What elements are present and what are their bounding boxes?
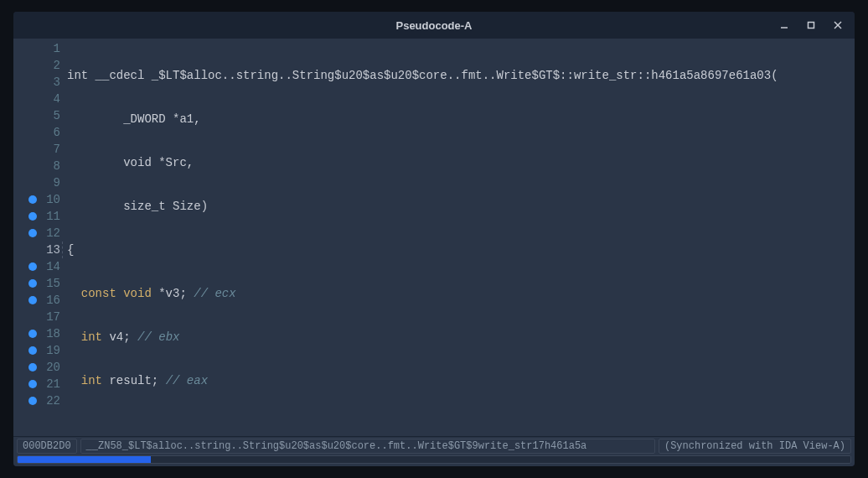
decl-line[interactable]: int result; // eax bbox=[65, 372, 855, 389]
line-number: 1 bbox=[54, 40, 60, 57]
line-number: 8 bbox=[54, 158, 60, 174]
blank-line[interactable] bbox=[65, 416, 855, 433]
minimize-button[interactable] bbox=[771, 12, 798, 39]
line-number: 22 bbox=[46, 392, 60, 409]
line-number: 6 bbox=[54, 124, 60, 141]
window-frame: Pseudocode-A 123456789101112131415161718… bbox=[13, 12, 855, 466]
line-number: 13 bbox=[46, 242, 60, 258]
progress-bar[interactable] bbox=[17, 455, 851, 464]
gutter-line[interactable]: 14 bbox=[13, 258, 65, 275]
line-number: 18 bbox=[46, 325, 60, 342]
breakpoint-icon[interactable] bbox=[28, 229, 37, 237]
line-number: 16 bbox=[46, 292, 60, 309]
decl-line[interactable]: const void *v3; // ecx bbox=[65, 285, 855, 302]
brace-line[interactable]: { bbox=[65, 242, 855, 258]
titlebar[interactable]: Pseudocode-A bbox=[13, 12, 855, 39]
param-line[interactable]: size_t Size) bbox=[65, 198, 855, 215]
gutter-line[interactable]: 10 bbox=[13, 191, 65, 208]
status-bar: 000DB2D0 __ZN58_$LT$alloc..string..Strin… bbox=[13, 436, 855, 455]
status-address[interactable]: 000DB2D0 bbox=[17, 439, 77, 454]
svg-rect-1 bbox=[809, 23, 814, 29]
gutter-line[interactable]: 18 bbox=[13, 325, 65, 342]
gutter-line[interactable]: 3 bbox=[13, 74, 65, 91]
breakpoint-icon[interactable] bbox=[28, 262, 37, 271]
param-line[interactable]: void *Src, bbox=[65, 154, 855, 171]
line-number: 21 bbox=[46, 376, 60, 392]
param-line[interactable]: _DWORD *a1, bbox=[65, 111, 855, 127]
line-number: 2 bbox=[54, 57, 60, 74]
gutter-line[interactable]: 17 bbox=[13, 309, 65, 325]
maximize-button[interactable] bbox=[798, 12, 824, 39]
gutter-line[interactable]: 7 bbox=[13, 141, 65, 158]
breakpoint-icon[interactable] bbox=[28, 346, 37, 355]
line-number: 7 bbox=[54, 141, 60, 158]
gutter-line[interactable]: 5 bbox=[13, 107, 65, 124]
bracket-guide bbox=[62, 242, 63, 258]
breakpoint-icon[interactable] bbox=[28, 212, 37, 221]
breakpoint-icon[interactable] bbox=[28, 296, 37, 304]
progress-row bbox=[13, 455, 855, 466]
line-number: 10 bbox=[46, 191, 60, 208]
code-area[interactable]: int __cdecl _$LT$alloc..string..String$u… bbox=[65, 39, 855, 436]
gutter-line[interactable]: 11 bbox=[13, 208, 65, 225]
gutter[interactable]: 12345678910111213141516171819202122 bbox=[13, 39, 65, 436]
gutter-line[interactable]: 16 bbox=[13, 292, 65, 309]
line-number: 9 bbox=[54, 174, 60, 191]
gutter-line[interactable]: 21 bbox=[13, 376, 65, 392]
line-number: 11 bbox=[46, 208, 60, 225]
gutter-line[interactable]: 19 bbox=[13, 342, 65, 359]
line-number: 4 bbox=[54, 91, 60, 107]
function-signature[interactable]: int __cdecl _$LT$alloc..string..String$u… bbox=[67, 69, 778, 82]
gutter-line[interactable]: 13 bbox=[13, 242, 65, 258]
gutter-line[interactable]: 1 bbox=[13, 40, 65, 57]
gutter-line[interactable]: 9 bbox=[13, 174, 65, 191]
gutter-line[interactable]: 22 bbox=[13, 392, 65, 409]
line-number: 14 bbox=[46, 258, 60, 275]
gutter-line[interactable]: 15 bbox=[13, 275, 65, 292]
line-number: 15 bbox=[46, 275, 60, 292]
breakpoint-icon[interactable] bbox=[28, 380, 37, 388]
line-number: 17 bbox=[46, 309, 60, 325]
gutter-line[interactable]: 2 bbox=[13, 57, 65, 74]
line-number: 12 bbox=[46, 225, 60, 242]
progress-fill bbox=[18, 456, 151, 463]
line-number: 5 bbox=[54, 107, 60, 124]
line-number: 20 bbox=[46, 359, 60, 376]
breakpoint-icon[interactable] bbox=[28, 330, 37, 338]
code-editor[interactable]: 12345678910111213141516171819202122 int … bbox=[13, 39, 855, 436]
window-controls bbox=[771, 12, 851, 39]
gutter-line[interactable]: 4 bbox=[13, 91, 65, 107]
line-number: 3 bbox=[54, 74, 60, 91]
close-button[interactable] bbox=[824, 12, 851, 39]
status-function[interactable]: __ZN58_$LT$alloc..string..String$u20$as$… bbox=[80, 439, 655, 454]
gutter-line[interactable]: 8 bbox=[13, 158, 65, 174]
breakpoint-icon[interactable] bbox=[28, 195, 37, 204]
breakpoint-icon[interactable] bbox=[28, 397, 37, 405]
gutter-line[interactable]: 20 bbox=[13, 359, 65, 376]
status-sync[interactable]: (Synchronized with IDA View-A) bbox=[659, 439, 851, 454]
breakpoint-icon[interactable] bbox=[28, 363, 37, 371]
line-number: 19 bbox=[46, 342, 60, 359]
decl-line[interactable]: int v4; // ebx bbox=[65, 329, 855, 346]
window-title: Pseudocode-A bbox=[395, 19, 472, 32]
breakpoint-icon[interactable] bbox=[28, 279, 37, 288]
gutter-line[interactable]: 12 bbox=[13, 225, 65, 242]
gutter-line[interactable]: 6 bbox=[13, 124, 65, 141]
